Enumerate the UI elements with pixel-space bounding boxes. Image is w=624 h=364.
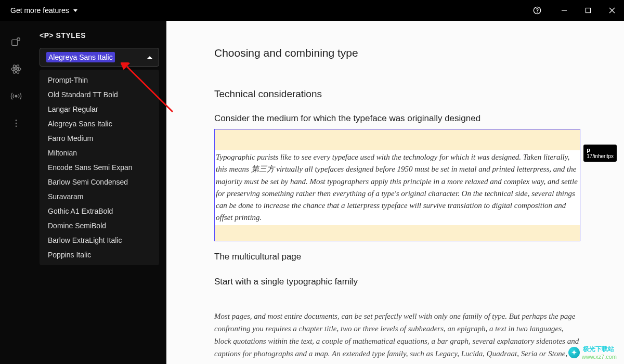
selected-paragraph-block[interactable]: Typographic purists like to see every ty… (214, 129, 580, 241)
heading-3[interactable]: The multicultural page (214, 252, 580, 262)
canvas-content: Choosing and combining type Technical co… (166, 21, 624, 364)
font-option[interactable]: Suravaram (40, 189, 159, 204)
more-icon[interactable] (10, 118, 22, 129)
font-option[interactable]: Poppins Italic (40, 248, 159, 262)
close-icon (609, 7, 615, 14)
help-icon (533, 6, 541, 15)
font-option[interactable]: Barlow ExtraLight Italic (40, 233, 159, 248)
heading-2[interactable]: Technical considerations (214, 88, 580, 100)
svg-rect-6 (12, 40, 18, 45)
layers-icon[interactable] (10, 36, 22, 48)
maximize-icon (585, 7, 591, 14)
font-option[interactable]: Barlow Semi Condensed (40, 175, 159, 189)
font-option[interactable]: Alegreya Sans Italic (40, 116, 159, 131)
minimize-icon (561, 7, 567, 14)
svg-point-12 (15, 95, 17, 97)
block-margin-top (215, 129, 580, 150)
window-controls (525, 0, 624, 21)
font-option[interactable]: Encode Sans Semi Expan (40, 160, 159, 175)
font-select[interactable]: Alegreya Sans Italic (40, 48, 159, 67)
font-option[interactable]: Domine SemiBold (40, 218, 159, 233)
svg-point-13 (16, 120, 17, 121)
element-tag-badge: p 17/inheritpx (583, 145, 617, 162)
app-body: <P> STYLES Alegreya Sans Italic Prompt-T… (0, 21, 624, 364)
maximize-button[interactable] (576, 0, 600, 21)
font-option[interactable]: Gothic A1 ExtraBold (40, 204, 159, 218)
tag-size: 17/inheritpx (587, 153, 614, 160)
watermark-url: www.xz7.com (582, 354, 617, 360)
features-label: Get more features (10, 6, 69, 15)
font-option[interactable]: Miltonian (40, 146, 159, 160)
sidebar: <P> STYLES Alegreya Sans Italic Prompt-T… (32, 21, 166, 364)
paragraph-text[interactable]: Most pages, and most entire documents, c… (214, 310, 580, 365)
canvas[interactable]: Choosing and combining type Technical co… (166, 21, 624, 364)
svg-point-14 (16, 123, 17, 124)
iconbar (0, 21, 32, 364)
watermark-logo-icon: ✦ (568, 347, 580, 358)
svg-point-8 (16, 69, 17, 70)
svg-rect-3 (586, 8, 591, 13)
font-option[interactable]: Farro Medium (40, 131, 159, 146)
broadcast-icon[interactable] (10, 90, 22, 102)
font-dropdown[interactable]: Prompt-Thin Old Standard TT Bold Langar … (40, 70, 159, 265)
svg-point-7 (17, 38, 20, 41)
sidebar-title: <P> STYLES (40, 31, 159, 40)
svg-point-15 (16, 126, 17, 127)
heading-3[interactable]: Start with a single typographic family (214, 277, 580, 287)
close-button[interactable] (600, 0, 624, 21)
font-option[interactable]: Langar Regular (40, 102, 159, 116)
block-margin-bottom (215, 225, 580, 241)
svg-point-1 (537, 12, 538, 12)
font-option[interactable]: Old Standard TT Bold (40, 87, 159, 102)
features-menu[interactable]: Get more features (10, 6, 77, 15)
paragraph-text[interactable]: Typographic purists like to see every ty… (215, 150, 580, 225)
heading-1[interactable]: Choosing and combining type (214, 47, 580, 59)
caret-up-icon (147, 56, 152, 59)
watermark: ✦ 极光下载站 www.xz7.com (568, 345, 617, 360)
heading-3[interactable]: Consider the medium for which the typefa… (214, 113, 580, 124)
font-option[interactable]: Prompt-Thin (40, 73, 159, 87)
chevron-down-icon (73, 9, 77, 12)
atom-icon[interactable] (10, 63, 22, 75)
minimize-button[interactable] (552, 0, 576, 21)
watermark-name: 极光下载站 (583, 345, 617, 354)
tag-name: p (587, 147, 614, 153)
font-select-value: Alegreya Sans Italic (46, 52, 115, 62)
help-button[interactable] (525, 0, 549, 21)
titlebar: Get more features (0, 0, 624, 21)
